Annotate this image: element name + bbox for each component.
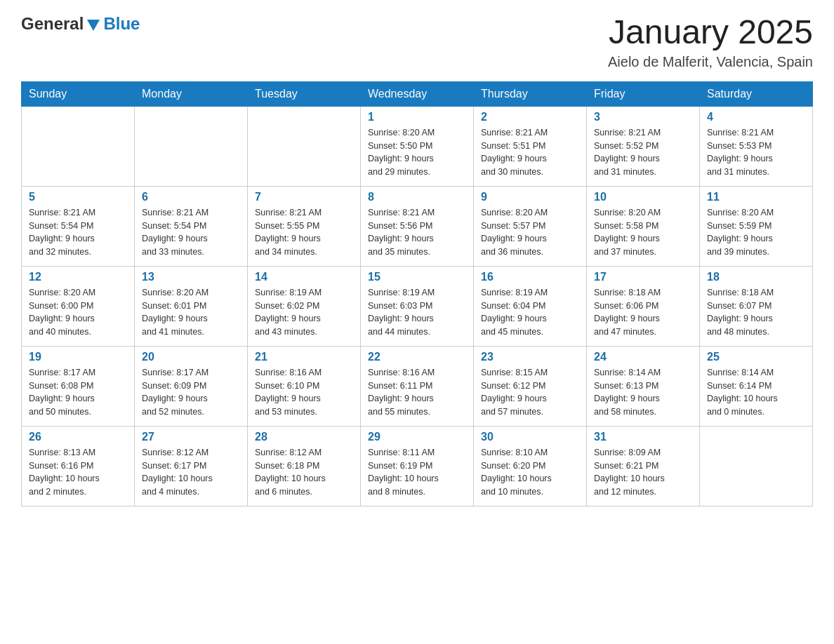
page-header: General Blue January 2025 Aielo de Malfe… (21, 14, 813, 70)
day-cell: 15Sunrise: 8:19 AM Sunset: 6:03 PM Dayli… (361, 266, 474, 346)
day-info: Sunrise: 8:20 AM Sunset: 6:01 PM Dayligh… (142, 286, 240, 339)
day-cell: 1Sunrise: 8:20 AM Sunset: 5:50 PM Daylig… (361, 106, 474, 186)
day-cell: 17Sunrise: 8:18 AM Sunset: 6:06 PM Dayli… (587, 266, 700, 346)
week-row-5: 26Sunrise: 8:13 AM Sunset: 6:16 PM Dayli… (22, 426, 813, 506)
day-number: 27 (142, 431, 240, 443)
day-info: Sunrise: 8:11 AM Sunset: 6:19 PM Dayligh… (368, 446, 466, 499)
day-cell: 13Sunrise: 8:20 AM Sunset: 6:01 PM Dayli… (135, 266, 248, 346)
day-info: Sunrise: 8:10 AM Sunset: 6:20 PM Dayligh… (481, 446, 579, 499)
day-number: 21 (255, 351, 353, 363)
day-info: Sunrise: 8:21 AM Sunset: 5:53 PM Dayligh… (707, 126, 805, 179)
day-cell: 19Sunrise: 8:17 AM Sunset: 6:08 PM Dayli… (22, 346, 135, 426)
logo-text-blue: Blue (103, 14, 140, 34)
weekday-header-thursday: Thursday (474, 81, 587, 106)
day-cell (22, 106, 135, 186)
day-cell: 20Sunrise: 8:17 AM Sunset: 6:09 PM Dayli… (135, 346, 248, 426)
day-info: Sunrise: 8:12 AM Sunset: 6:17 PM Dayligh… (142, 446, 240, 499)
day-number: 4 (707, 111, 805, 123)
day-number: 6 (142, 191, 240, 203)
day-cell: 14Sunrise: 8:19 AM Sunset: 6:02 PM Dayli… (248, 266, 361, 346)
day-number: 9 (481, 191, 579, 203)
calendar-table: SundayMondayTuesdayWednesdayThursdayFrid… (21, 81, 813, 507)
day-number: 2 (481, 111, 579, 123)
day-info: Sunrise: 8:20 AM Sunset: 5:59 PM Dayligh… (707, 206, 805, 259)
day-info: Sunrise: 8:17 AM Sunset: 6:09 PM Dayligh… (142, 366, 240, 419)
day-number: 17 (594, 271, 692, 283)
day-number: 31 (594, 431, 692, 443)
day-cell: 5Sunrise: 8:21 AM Sunset: 5:54 PM Daylig… (22, 186, 135, 266)
day-info: Sunrise: 8:20 AM Sunset: 5:50 PM Dayligh… (368, 126, 466, 179)
day-info: Sunrise: 8:14 AM Sunset: 6:14 PM Dayligh… (707, 366, 805, 419)
day-number: 19 (29, 351, 127, 363)
day-number: 11 (707, 191, 805, 203)
day-info: Sunrise: 8:21 AM Sunset: 5:54 PM Dayligh… (142, 206, 240, 259)
day-number: 5 (29, 191, 127, 203)
day-info: Sunrise: 8:19 AM Sunset: 6:02 PM Dayligh… (255, 286, 353, 339)
day-number: 15 (368, 271, 466, 283)
logo-text-general: General (21, 14, 84, 34)
weekday-header-monday: Monday (135, 81, 248, 106)
day-cell: 24Sunrise: 8:14 AM Sunset: 6:13 PM Dayli… (587, 346, 700, 426)
day-number: 8 (368, 191, 466, 203)
day-cell (135, 106, 248, 186)
day-number: 25 (707, 351, 805, 363)
day-info: Sunrise: 8:17 AM Sunset: 6:08 PM Dayligh… (29, 366, 127, 419)
day-info: Sunrise: 8:21 AM Sunset: 5:55 PM Dayligh… (255, 206, 353, 259)
location-subtitle: Aielo de Malferit, Valencia, Spain (608, 54, 813, 70)
day-info: Sunrise: 8:20 AM Sunset: 6:00 PM Dayligh… (29, 286, 127, 339)
day-number: 18 (707, 271, 805, 283)
day-info: Sunrise: 8:20 AM Sunset: 5:58 PM Dayligh… (594, 206, 692, 259)
logo-arrow-icon (87, 17, 100, 31)
day-number: 7 (255, 191, 353, 203)
day-info: Sunrise: 8:09 AM Sunset: 6:21 PM Dayligh… (594, 446, 692, 499)
svg-marker-1 (87, 20, 100, 27)
day-number: 26 (29, 431, 127, 443)
day-info: Sunrise: 8:18 AM Sunset: 6:07 PM Dayligh… (707, 286, 805, 339)
day-info: Sunrise: 8:18 AM Sunset: 6:06 PM Dayligh… (594, 286, 692, 339)
day-info: Sunrise: 8:21 AM Sunset: 5:52 PM Dayligh… (594, 126, 692, 179)
day-number: 29 (368, 431, 466, 443)
day-cell: 7Sunrise: 8:21 AM Sunset: 5:55 PM Daylig… (248, 186, 361, 266)
day-number: 28 (255, 431, 353, 443)
day-info: Sunrise: 8:21 AM Sunset: 5:51 PM Dayligh… (481, 126, 579, 179)
weekday-header-wednesday: Wednesday (361, 81, 474, 106)
day-cell: 18Sunrise: 8:18 AM Sunset: 6:07 PM Dayli… (700, 266, 813, 346)
week-row-4: 19Sunrise: 8:17 AM Sunset: 6:08 PM Dayli… (22, 346, 813, 426)
day-number: 30 (481, 431, 579, 443)
day-number: 22 (368, 351, 466, 363)
day-cell: 30Sunrise: 8:10 AM Sunset: 6:20 PM Dayli… (474, 426, 587, 506)
day-cell: 10Sunrise: 8:20 AM Sunset: 5:58 PM Dayli… (587, 186, 700, 266)
day-cell: 12Sunrise: 8:20 AM Sunset: 6:00 PM Dayli… (22, 266, 135, 346)
week-row-1: 1Sunrise: 8:20 AM Sunset: 5:50 PM Daylig… (22, 106, 813, 186)
day-cell: 22Sunrise: 8:16 AM Sunset: 6:11 PM Dayli… (361, 346, 474, 426)
day-number: 16 (481, 271, 579, 283)
day-cell: 28Sunrise: 8:12 AM Sunset: 6:18 PM Dayli… (248, 426, 361, 506)
day-info: Sunrise: 8:21 AM Sunset: 5:56 PM Dayligh… (368, 206, 466, 259)
day-cell: 9Sunrise: 8:20 AM Sunset: 5:57 PM Daylig… (474, 186, 587, 266)
day-info: Sunrise: 8:19 AM Sunset: 6:04 PM Dayligh… (481, 286, 579, 339)
day-info: Sunrise: 8:13 AM Sunset: 6:16 PM Dayligh… (29, 446, 127, 499)
weekday-header-tuesday: Tuesday (248, 81, 361, 106)
logo: General Blue (21, 14, 140, 34)
month-title: January 2025 (608, 14, 813, 51)
day-number: 12 (29, 271, 127, 283)
day-cell: 27Sunrise: 8:12 AM Sunset: 6:17 PM Dayli… (135, 426, 248, 506)
day-info: Sunrise: 8:20 AM Sunset: 5:57 PM Dayligh… (481, 206, 579, 259)
day-info: Sunrise: 8:16 AM Sunset: 6:11 PM Dayligh… (368, 366, 466, 419)
day-cell: 26Sunrise: 8:13 AM Sunset: 6:16 PM Dayli… (22, 426, 135, 506)
day-number: 24 (594, 351, 692, 363)
day-info: Sunrise: 8:16 AM Sunset: 6:10 PM Dayligh… (255, 366, 353, 419)
day-number: 3 (594, 111, 692, 123)
day-number: 1 (368, 111, 466, 123)
day-info: Sunrise: 8:14 AM Sunset: 6:13 PM Dayligh… (594, 366, 692, 419)
day-cell: 25Sunrise: 8:14 AM Sunset: 6:14 PM Dayli… (700, 346, 813, 426)
day-number: 23 (481, 351, 579, 363)
weekday-header-saturday: Saturday (700, 81, 813, 106)
day-info: Sunrise: 8:12 AM Sunset: 6:18 PM Dayligh… (255, 446, 353, 499)
day-cell: 31Sunrise: 8:09 AM Sunset: 6:21 PM Dayli… (587, 426, 700, 506)
day-cell: 29Sunrise: 8:11 AM Sunset: 6:19 PM Dayli… (361, 426, 474, 506)
day-number: 13 (142, 271, 240, 283)
day-cell: 23Sunrise: 8:15 AM Sunset: 6:12 PM Dayli… (474, 346, 587, 426)
day-info: Sunrise: 8:19 AM Sunset: 6:03 PM Dayligh… (368, 286, 466, 339)
weekday-header-friday: Friday (587, 81, 700, 106)
